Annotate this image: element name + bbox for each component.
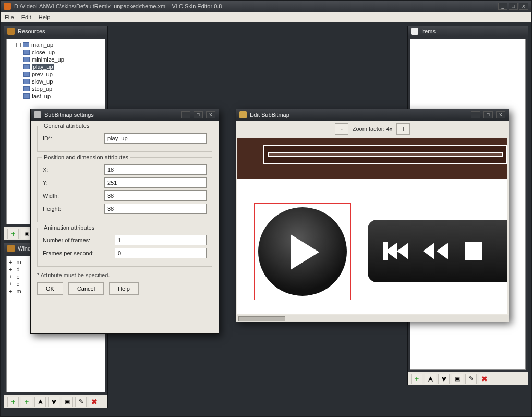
- required-note: * Attribute must be specified.: [37, 272, 212, 278]
- scrollbar-thumb[interactable]: [238, 316, 285, 321]
- tree-item[interactable]: slow_up: [23, 78, 103, 85]
- edit-subbitmap-window: Edit SubBitmap _ □ X - Zoom factor: 4x +: [236, 109, 509, 321]
- zoom-in-button[interactable]: +: [396, 123, 410, 135]
- maximize-button[interactable]: □: [194, 111, 203, 118]
- y-field[interactable]: [104, 177, 207, 188]
- edit-subbitmap-titlebar[interactable]: Edit SubBitmap _ □ X: [236, 109, 509, 121]
- close-button[interactable]: X: [496, 111, 505, 118]
- menu-edit[interactable]: EEditdit: [21, 14, 31, 20]
- group-legend: Position and dimension attributes: [42, 154, 130, 160]
- id-field[interactable]: [104, 133, 207, 144]
- windows-toolbar: + + ⮝ ⮟ ▣ ✎ ✖: [4, 395, 107, 408]
- maximize-button[interactable]: □: [483, 111, 493, 118]
- menubar: FFileile EEditdit HHelpelp: [1, 12, 531, 22]
- resources-title: Resources: [18, 28, 45, 34]
- cancel-button[interactable]: Cancel: [68, 282, 104, 295]
- bitmap-icon: [23, 79, 30, 84]
- dialog-icon: [34, 111, 41, 118]
- width-label: Width:: [43, 193, 100, 199]
- y-label: Y:: [43, 180, 100, 186]
- close-button[interactable]: X: [519, 3, 528, 10]
- edit-button[interactable]: ✎: [465, 374, 477, 384]
- nframes-field[interactable]: [115, 235, 207, 245]
- resources-header[interactable]: Resources: [4, 26, 107, 37]
- subbitmap-settings-titlebar[interactable]: SubBitmap settings _ □ X: [31, 109, 219, 121]
- tree-item[interactable]: prev_up: [23, 70, 103, 78]
- items-icon: [411, 28, 418, 35]
- movedown-button[interactable]: ⮟: [438, 374, 450, 384]
- items-title: Items: [421, 28, 436, 34]
- items-header[interactable]: Items: [408, 26, 528, 37]
- close-button[interactable]: X: [206, 111, 215, 118]
- window-icon: [7, 245, 15, 252]
- zoom-out-button[interactable]: -: [335, 123, 348, 135]
- zoom-toolbar: - Zoom factor: 4x +: [236, 121, 509, 137]
- titlebar[interactable]: D:\VideoLAN\VLC\skins\DefaultRemix_unpac…: [1, 1, 531, 12]
- bitmap-icon: [23, 93, 30, 99]
- tree-item[interactable]: fast_up: [23, 92, 103, 100]
- moveup-button[interactable]: ⮝: [425, 374, 436, 384]
- width-field[interactable]: [104, 190, 207, 201]
- bitmap-icon: [23, 86, 30, 91]
- minimize-button[interactable]: _: [181, 111, 190, 118]
- bitmap-canvas[interactable]: [237, 138, 507, 314]
- fps-label: Frames per second:: [43, 250, 111, 256]
- height-label: Height:: [43, 206, 100, 212]
- position-dimension-group: Position and dimension attributes X: Y: …: [37, 157, 212, 222]
- bitmap-icon: [23, 57, 30, 62]
- skin-slider: [263, 145, 507, 164]
- ok-button[interactable]: OK: [37, 282, 63, 295]
- x-field[interactable]: [104, 164, 207, 175]
- zoom-label: Zoom factor: 4x: [353, 126, 392, 132]
- subbitmap-settings-dialog: SubBitmap settings _ □ X General attribu…: [30, 109, 219, 334]
- copy-button[interactable]: ▣: [452, 374, 463, 384]
- skin-topbar: [237, 138, 507, 179]
- add2-button[interactable]: +: [21, 397, 32, 407]
- bitmap-icon: [23, 72, 30, 77]
- items-toolbar: + ⮝ ⮟ ▣ ✎ ✖: [408, 372, 528, 385]
- stop-icon: [465, 242, 482, 260]
- app-icon: [4, 3, 11, 10]
- rewind-icon: [423, 243, 450, 259]
- skip-back-icon: [383, 242, 408, 260]
- fps-field[interactable]: [115, 248, 207, 258]
- subbitmap-settings-title: SubBitmap settings: [44, 112, 94, 118]
- tree-item-selected[interactable]: play_up: [23, 63, 103, 70]
- id-label: ID*:: [43, 135, 100, 141]
- moveup-button[interactable]: ⮝: [34, 397, 46, 407]
- collapse-icon[interactable]: -: [16, 43, 21, 47]
- add-button[interactable]: +: [7, 229, 19, 239]
- delete-button[interactable]: ✖: [479, 374, 490, 384]
- bitmap-icon: [23, 42, 29, 47]
- general-attributes-group: General attributes ID*:: [37, 126, 212, 152]
- app-title: D:\VideoLAN\VLC\skins\DefaultRemix_unpac…: [14, 3, 495, 9]
- play-icon: [258, 207, 347, 296]
- x-label: X:: [43, 166, 100, 173]
- animation-attributes-group: Animation attributes Number of frames: F…: [37, 228, 212, 267]
- delete-button[interactable]: ✖: [89, 397, 100, 407]
- maximize-button[interactable]: □: [509, 3, 518, 10]
- add-button[interactable]: +: [411, 374, 422, 384]
- movedown-button[interactable]: ⮟: [48, 397, 59, 407]
- horizontal-scrollbar[interactable]: [236, 315, 509, 322]
- group-legend: General attributes: [42, 123, 91, 129]
- minimize-button[interactable]: _: [498, 3, 507, 10]
- add-button[interactable]: +: [7, 397, 19, 407]
- nframes-label: Number of frames:: [43, 237, 111, 243]
- help-button[interactable]: Help: [109, 282, 139, 295]
- edit-button[interactable]: ✎: [75, 397, 87, 407]
- height-field[interactable]: [104, 204, 207, 214]
- tree-item[interactable]: close_up: [23, 49, 103, 56]
- tree-item[interactable]: minimize_up: [23, 56, 103, 63]
- group-legend: Animation attributes: [42, 224, 96, 231]
- folder-icon: [7, 28, 15, 35]
- edit-subbitmap-title: Edit SubBitmap: [250, 112, 289, 118]
- bitmap-icon: [23, 50, 30, 55]
- menu-help[interactable]: HHelpelp: [39, 14, 51, 20]
- minimize-button[interactable]: _: [471, 111, 480, 118]
- tree-item[interactable]: - main_up: [16, 41, 103, 49]
- window-icon: [239, 111, 247, 118]
- menu-file[interactable]: FFileile: [5, 14, 14, 20]
- tree-item[interactable]: stop_up: [23, 85, 103, 92]
- copy-button[interactable]: ▣: [62, 397, 73, 407]
